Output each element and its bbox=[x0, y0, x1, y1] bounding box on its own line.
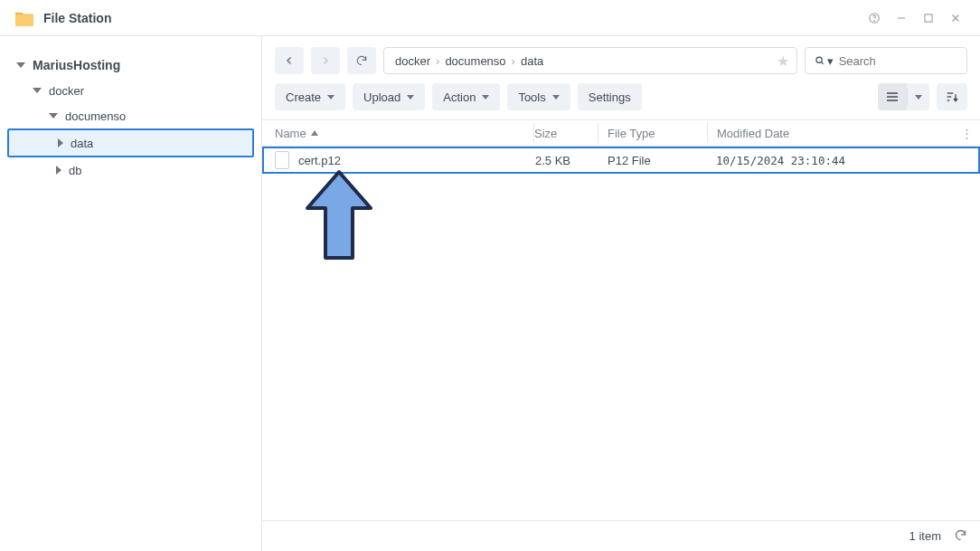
item-count: 1 item bbox=[909, 529, 941, 543]
caret-down-icon bbox=[16, 62, 25, 68]
svg-point-6 bbox=[816, 57, 822, 62]
folder-tree: MariusHosting docker documenso data db bbox=[0, 52, 261, 183]
app-logo-icon bbox=[14, 9, 34, 27]
close-button[interactable] bbox=[944, 6, 967, 30]
sort-asc-icon bbox=[311, 130, 318, 136]
minimize-button[interactable] bbox=[890, 6, 913, 30]
chevron-right-icon: › bbox=[436, 54, 439, 68]
file-row[interactable]: cert.p12 2.5 KB P12 File 10/15/2024 23:1… bbox=[262, 147, 980, 174]
file-icon bbox=[275, 151, 289, 169]
column-menu-button[interactable]: ⋮ bbox=[953, 127, 980, 140]
tree-item-docker[interactable]: docker bbox=[0, 78, 261, 103]
file-name: cert.p12 bbox=[298, 154, 341, 167]
breadcrumb-seg[interactable]: documenso bbox=[445, 54, 505, 68]
view-dropdown-button[interactable] bbox=[908, 83, 929, 110]
chevron-right-icon: › bbox=[512, 54, 515, 68]
tree-label: data bbox=[71, 137, 93, 150]
titlebar: File Station bbox=[0, 0, 980, 36]
breadcrumb-seg[interactable]: docker bbox=[395, 54, 430, 68]
tree-item-db[interactable]: db bbox=[0, 157, 261, 183]
statusbar: 1 item bbox=[262, 520, 980, 551]
tree-root[interactable]: MariusHosting bbox=[0, 52, 261, 78]
tree-item-documenso[interactable]: documenso bbox=[0, 103, 261, 128]
nav-back-button[interactable] bbox=[275, 47, 304, 74]
view-toggle bbox=[878, 83, 929, 110]
table-header: Name Size File Type Modified Date ⋮ bbox=[262, 119, 980, 147]
settings-button[interactable]: Settings bbox=[578, 83, 642, 110]
caret-down-icon bbox=[33, 88, 42, 93]
tree-label: MariusHosting bbox=[33, 58, 120, 72]
file-size: 2.5 KB bbox=[535, 154, 598, 167]
breadcrumb[interactable]: docker › documenso › data ★ bbox=[383, 47, 797, 74]
list-view-button[interactable] bbox=[878, 83, 907, 110]
main-area: MariusHosting docker documenso data db bbox=[0, 36, 980, 551]
refresh-status-button[interactable] bbox=[954, 528, 967, 545]
action-button[interactable]: Action bbox=[432, 83, 500, 110]
column-header-type[interactable]: File Type bbox=[598, 127, 707, 140]
help-button[interactable] bbox=[862, 6, 886, 30]
column-header-name[interactable]: Name bbox=[262, 127, 533, 140]
svg-line-7 bbox=[822, 62, 824, 64]
create-button[interactable]: Create bbox=[275, 83, 345, 110]
caret-down-icon bbox=[49, 113, 58, 119]
svg-point-1 bbox=[874, 20, 875, 21]
breadcrumb-seg[interactable]: data bbox=[521, 54, 543, 68]
tree-label: db bbox=[69, 164, 81, 177]
svg-rect-3 bbox=[925, 14, 932, 21]
search-dropdown-icon[interactable]: ▾ bbox=[827, 54, 834, 68]
nav-toolbar: docker › documenso › data ★ ▾ bbox=[262, 36, 980, 74]
app-title: File Station bbox=[43, 11, 859, 25]
caret-right-icon bbox=[58, 138, 63, 147]
file-grid: cert.p12 2.5 KB P12 File 10/15/2024 23:1… bbox=[262, 147, 980, 520]
tree-item-data-selected[interactable]: data bbox=[7, 128, 254, 157]
column-header-date[interactable]: Modified Date bbox=[708, 127, 953, 140]
upload-button[interactable]: Upload bbox=[353, 83, 425, 110]
maximize-button[interactable] bbox=[917, 6, 940, 30]
favorite-star-icon[interactable]: ★ bbox=[777, 52, 789, 70]
sidebar: MariusHosting docker documenso data db bbox=[0, 36, 262, 551]
tree-label: docker bbox=[49, 84, 84, 98]
action-toolbar: Create Upload Action Tools Settings bbox=[262, 74, 980, 119]
search-box[interactable]: ▾ bbox=[805, 47, 967, 74]
search-icon bbox=[815, 54, 825, 67]
tree-label: documenso bbox=[65, 109, 126, 123]
sort-button[interactable] bbox=[937, 83, 967, 110]
content-pane: docker › documenso › data ★ ▾ Create Upl… bbox=[262, 36, 980, 551]
file-date: 10/15/2024 23:10:44 bbox=[707, 154, 978, 167]
caret-right-icon bbox=[56, 166, 61, 175]
nav-forward-button[interactable] bbox=[311, 47, 340, 74]
column-header-size[interactable]: Size bbox=[534, 127, 598, 140]
tools-button[interactable]: Tools bbox=[507, 83, 570, 110]
refresh-button[interactable] bbox=[347, 47, 376, 74]
search-input[interactable] bbox=[839, 54, 957, 68]
file-type: P12 File bbox=[598, 154, 707, 167]
